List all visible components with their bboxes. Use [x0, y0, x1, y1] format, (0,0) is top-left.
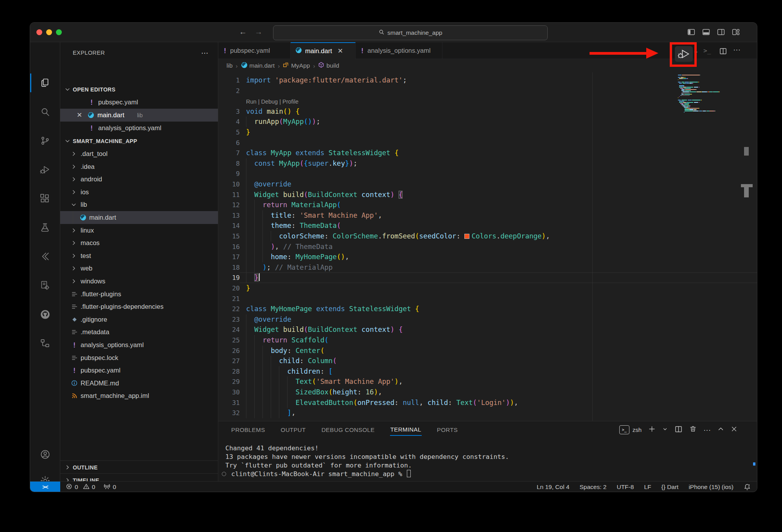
- close-panel-icon[interactable]: [731, 426, 737, 434]
- line-number[interactable]: 6: [218, 138, 240, 148]
- bell-icon[interactable]: [744, 484, 751, 491]
- activity-item-run-debug-icon[interactable]: [36, 160, 54, 179]
- line-number[interactable]: 18: [218, 262, 240, 273]
- toggle-panel-icon[interactable]: [702, 28, 710, 36]
- close-tab-icon[interactable]: ✕: [338, 47, 343, 55]
- code-line-16[interactable]: 16 ), // ThemeData: [218, 242, 757, 252]
- status-item-dart[interactable]: {} Dart: [661, 484, 678, 491]
- tree-item-flutter-plugins-dependencies[interactable]: .flutter-plugins-dependencies: [60, 300, 218, 313]
- code-line-21[interactable]: 21: [218, 294, 757, 304]
- tree-item-linux[interactable]: linux: [60, 224, 218, 237]
- code-line-25[interactable]: 25 return Scaffold(: [218, 335, 757, 346]
- line-number[interactable]: 29: [218, 376, 240, 387]
- code-line-23[interactable]: 23 @override: [218, 314, 757, 325]
- more-actions-icon[interactable]: ···: [733, 45, 741, 54]
- toggle-primary-sidebar-icon[interactable]: [687, 28, 695, 36]
- code-line-18[interactable]: 18 ); // MaterialApp: [218, 262, 757, 273]
- command-center-search[interactable]: smart_machine_app: [273, 25, 548, 40]
- code-line-24[interactable]: 24 Widget build(BuildContext context) {: [218, 324, 757, 335]
- line-number[interactable]: 7: [218, 148, 240, 158]
- color-swatch-deep-orange[interactable]: [464, 234, 469, 239]
- tree-item-main-dart[interactable]: main.dart: [60, 211, 218, 224]
- panel-tab-terminal[interactable]: TERMINAL: [390, 424, 422, 436]
- toggle-secondary-sidebar-icon[interactable]: [717, 28, 725, 36]
- tree-item-pubspec-lock[interactable]: pubspec.lock: [60, 351, 218, 364]
- line-number[interactable]: 9: [218, 168, 240, 179]
- line-number[interactable]: 24: [218, 324, 240, 335]
- tree-item-ios[interactable]: ios: [60, 186, 218, 199]
- code-line-13[interactable]: 13 title: 'Smart Machine App',: [218, 210, 757, 221]
- line-number[interactable]: 27: [218, 356, 240, 366]
- line-number[interactable]: 31: [218, 398, 240, 408]
- tree-item-windows[interactable]: windows: [60, 275, 218, 288]
- tree-item-pubspec-yaml[interactable]: !pubspec.yaml: [60, 364, 218, 377]
- line-number[interactable]: 28: [218, 366, 240, 377]
- activity-item-flutter-icon[interactable]: [36, 247, 54, 266]
- problems-status[interactable]: 00: [66, 483, 95, 491]
- line-number[interactable]: 8: [218, 158, 240, 169]
- tab-analysis-options-yaml[interactable]: !analysis_options.yaml: [356, 42, 442, 59]
- open-editors-header[interactable]: OPEN EDITORS: [60, 83, 218, 96]
- line-number[interactable]: 25: [218, 335, 240, 346]
- project-root-header[interactable]: SMART_MACHINE_APP: [60, 134, 218, 147]
- remote-indicator[interactable]: ><: [30, 482, 60, 492]
- open-editor-main-dart[interactable]: ✕main.dartlib: [60, 109, 218, 122]
- panel-tab-debug-console[interactable]: DEBUG CONSOLE: [321, 424, 375, 435]
- breadcrumb-item-build[interactable]: build: [318, 62, 339, 70]
- tree-item-smart-machine-app-iml[interactable]: smart_machine_app.iml: [60, 389, 218, 402]
- code-line-10[interactable]: 10 @override: [218, 179, 757, 190]
- tree-item-idea[interactable]: .idea: [60, 160, 218, 173]
- code-line-15[interactable]: 15 colorScheme: ColorScheme.fromSeed(see…: [218, 231, 757, 242]
- line-number[interactable]: 5: [218, 127, 240, 138]
- close-editor-icon[interactable]: ✕: [77, 111, 82, 119]
- line-number[interactable]: 30: [218, 387, 240, 398]
- status-item-ln-19-col-4[interactable]: Ln 19, Col 4: [537, 484, 570, 491]
- code-line-3[interactable]: 3void main() {: [218, 106, 757, 117]
- tree-item-test[interactable]: test: [60, 249, 218, 262]
- line-number[interactable]: 22: [218, 304, 240, 314]
- activity-item-source-control-icon[interactable]: [36, 131, 54, 150]
- code-line-26[interactable]: 26 body: Center(: [218, 346, 757, 356]
- new-terminal-icon[interactable]: [648, 425, 656, 434]
- activity-item-github-icon[interactable]: [36, 305, 54, 324]
- kill-terminal-icon[interactable]: [689, 425, 697, 434]
- line-number[interactable]: 2: [218, 86, 240, 96]
- minimap[interactable]: [678, 72, 748, 421]
- customize-layout-icon[interactable]: [732, 28, 740, 36]
- line-number[interactable]: 15: [218, 231, 240, 242]
- history-forward-icon[interactable]: →: [255, 27, 262, 36]
- line-number[interactable]: 14: [218, 220, 240, 231]
- open-editor-analysis-options-yaml[interactable]: !analysis_options.yaml: [60, 122, 218, 134]
- line-number[interactable]: 21: [218, 294, 240, 304]
- line-number[interactable]: 20: [218, 283, 240, 294]
- tree-item-dart-tool[interactable]: .dart_tool: [60, 147, 218, 160]
- code-line-31[interactable]: 31 ElevatedButton(onPressed: null, child…: [218, 398, 757, 408]
- activity-item-code-runner-icon[interactable]: [36, 276, 54, 295]
- line-number[interactable]: 32: [218, 408, 240, 418]
- panel-tab-ports[interactable]: PORTS: [437, 424, 458, 435]
- code-line-32[interactable]: 32 ],: [218, 408, 757, 418]
- line-number[interactable]: 12: [218, 200, 240, 210]
- code-line-11[interactable]: 11 Widget build(BuildContext context) {: [218, 190, 757, 200]
- line-number[interactable]: 13: [218, 210, 240, 221]
- launch-profile-chevron-icon[interactable]: [662, 426, 668, 433]
- code-line-30[interactable]: 30 SizedBox(height: 16),: [218, 387, 757, 398]
- code-line-9[interactable]: 9: [218, 168, 757, 179]
- breadcrumb-item-myapp[interactable]: MyApp: [283, 62, 310, 70]
- activity-item-explorer-icon[interactable]: [36, 73, 54, 92]
- line-number[interactable]: 3: [218, 106, 240, 117]
- codelens-actions[interactable]: Run | Debug | Profile: [218, 96, 757, 106]
- status-item-lf[interactable]: LF: [644, 484, 651, 491]
- tree-item-flutter-plugins[interactable]: .flutter-plugins: [60, 288, 218, 301]
- maximize-panel-icon[interactable]: [717, 426, 724, 434]
- tree-item-web[interactable]: web: [60, 262, 218, 275]
- activity-item-account-icon[interactable]: [36, 445, 54, 464]
- tab-pubspec-yaml[interactable]: !pubspec.yaml: [218, 42, 291, 59]
- code-line-17[interactable]: 17 home: MyHomePage(),: [218, 252, 757, 262]
- line-number[interactable]: 23: [218, 314, 240, 325]
- code-line-1[interactable]: 1import 'package:flutter/material.dart';: [218, 75, 757, 86]
- code-line-7[interactable]: 7class MyApp extends StatelessWidget {: [218, 148, 757, 158]
- codelens-run-debug-profile[interactable]: Run | Debug | Profile: [246, 97, 298, 107]
- code-line-29[interactable]: 29 Text('Smart Machine App'),: [218, 376, 757, 387]
- panel-tab-output[interactable]: OUTPUT: [280, 424, 306, 435]
